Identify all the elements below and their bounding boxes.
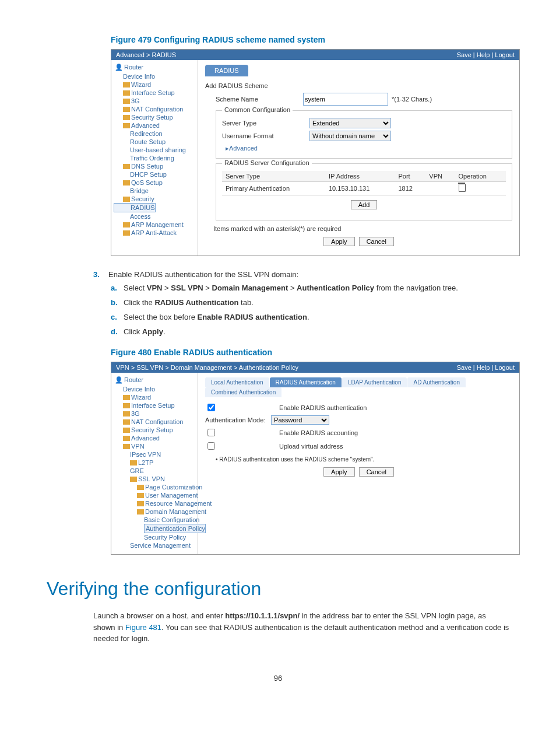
upload-virtual-label: Upload virtual address <box>279 443 343 450</box>
folder-icon <box>123 419 130 425</box>
nav-advanced[interactable]: Advanced <box>114 121 195 130</box>
folder-icon <box>137 509 144 514</box>
nav-security-policy[interactable]: Security Policy <box>114 533 195 541</box>
nav-wizard[interactable]: Wizard <box>114 393 195 401</box>
figure-480-caption: Figure 480 Enable RADIUS authentication <box>111 348 509 357</box>
tab-ldap-auth[interactable]: LDAP Authentication <box>342 377 407 387</box>
tab-radius[interactable]: RADIUS <box>205 65 248 76</box>
nav-3g[interactable]: 3G <box>114 97 195 105</box>
nav-wizard[interactable]: Wizard <box>114 80 195 89</box>
apply-button[interactable]: Apply <box>323 467 355 477</box>
figure-479-caption: Figure 479 Configuring RADIUS scheme nam… <box>111 35 509 44</box>
nav-bridge[interactable]: Bridge <box>114 187 195 195</box>
nav-resource-mgmt[interactable]: Resource Management <box>114 499 195 508</box>
folder-icon <box>123 411 130 416</box>
nav-gre[interactable]: GRE <box>114 467 195 475</box>
scheme-note: • RADIUS authentication uses the RADIUS … <box>216 456 512 463</box>
nav-interface-setup[interactable]: Interface Setup <box>114 401 195 410</box>
nav-access[interactable]: Access <box>114 212 195 220</box>
username-format-select[interactable]: Without domain name <box>309 131 391 141</box>
enable-accounting-checkbox[interactable] <box>207 429 215 436</box>
nav-tree: 👤Router Device Info Wizard Interface Set… <box>111 373 198 554</box>
folder-icon <box>123 436 130 441</box>
nav-router[interactable]: 👤Router <box>114 375 195 385</box>
top-links[interactable]: Save | Help | Logout <box>457 364 515 371</box>
nav-basic-cfg[interactable]: Basic Configuration <box>114 516 195 524</box>
nav-security[interactable]: Security <box>114 195 195 203</box>
nav-dns-setup[interactable]: DNS Setup <box>114 162 195 170</box>
nav-radius[interactable]: RADIUS <box>114 203 156 212</box>
nav-nat[interactable]: NAT Configuration <box>114 105 195 113</box>
folder-icon <box>123 444 130 449</box>
folder-icon <box>123 395 130 400</box>
enable-radius-label: Enable RADIUS authentication <box>279 404 367 411</box>
cancel-button[interactable]: Cancel <box>359 237 394 246</box>
nav-qos-setup[interactable]: QoS Setup <box>114 178 195 187</box>
nav-traffic-ordering[interactable]: Traffic Ordering <box>114 154 195 162</box>
enable-accounting-label: Enable RADIUS accounting <box>279 429 358 436</box>
upload-virtual-checkbox[interactable] <box>207 442 215 450</box>
folder-icon <box>123 230 130 236</box>
nav-arp-anti[interactable]: ARP Anti-Attack <box>114 229 195 237</box>
folder-icon <box>123 164 130 169</box>
required-note: Items marked with an asterisk(*) are req… <box>213 225 512 232</box>
scheme-name-input[interactable] <box>303 93 388 106</box>
auth-mode-label: Authentication Mode: <box>205 416 269 424</box>
enable-radius-checkbox[interactable] <box>207 404 215 411</box>
nav-service-mgmt[interactable]: Service Management <box>114 541 195 550</box>
step-3a: a.Select VPN > SSL VPN > Domain Manageme… <box>111 284 509 292</box>
folder-icon <box>123 428 130 433</box>
nav-3g[interactable]: 3G <box>114 410 195 418</box>
tab-combined-auth[interactable]: Combined Authentication <box>205 387 281 397</box>
step-3b: b.Click the RADIUS Authentication tab. <box>111 298 509 307</box>
nav-page-custom[interactable]: Page Customization <box>114 483 195 491</box>
advanced-toggle[interactable]: ▸Advanced <box>222 144 506 152</box>
nav-vpn[interactable]: VPN <box>114 442 195 450</box>
nav-dhcp-setup[interactable]: DHCP Setup <box>114 170 195 178</box>
top-links[interactable]: Save | Help | Logout <box>457 51 515 58</box>
tab-ad-auth[interactable]: AD Authentication <box>407 377 466 387</box>
scheme-name-hint: *(1-32 Chars.) <box>392 96 432 103</box>
tab-radius-auth[interactable]: RADIUS Authentication <box>270 377 342 387</box>
nav-security-setup[interactable]: Security Setup <box>114 113 195 121</box>
nav-interface-setup[interactable]: Interface Setup <box>114 89 195 97</box>
figure-481-link[interactable]: Figure 481 <box>125 623 161 632</box>
server-table: Server Type IP Address Port VPN Operatio… <box>222 171 506 195</box>
nav-arp-mgmt[interactable]: ARP Management <box>114 220 195 229</box>
folder-icon <box>123 197 130 202</box>
breadcrumb: Advanced > RADIUS <box>116 51 176 58</box>
nav-redirection[interactable]: Redirection <box>114 130 195 138</box>
table-row[interactable]: Primary Authentication 10.153.10.131 181… <box>222 182 506 195</box>
tab-local-auth[interactable]: Local Authentication <box>205 377 269 387</box>
section-title: Add RADIUS Scheme <box>205 82 512 89</box>
nav-advanced[interactable]: Advanced <box>114 434 195 442</box>
nav-ssl-vpn[interactable]: SSL VPN <box>114 475 195 483</box>
heading-verifying: Verifying the configuration <box>47 578 509 600</box>
nav-device-info[interactable]: Device Info <box>114 72 195 80</box>
nav-security-setup[interactable]: Security Setup <box>114 426 195 434</box>
figure-480-screenshot: VPN > SSL VPN > Domain Management > Auth… <box>111 362 520 555</box>
nav-router[interactable]: 👤Router <box>114 62 195 72</box>
figure-479-screenshot: Advanced > RADIUS Save | Help | Logout 👤… <box>111 49 520 256</box>
nav-auth-policy[interactable]: Authentication Policy <box>144 524 206 533</box>
trash-icon[interactable] <box>459 184 466 192</box>
step-3d: d.Click Apply. <box>111 327 509 336</box>
common-cfg-legend: Common Configuration <box>222 106 293 113</box>
server-type-select[interactable]: Extended <box>309 118 391 128</box>
col-operation: Operation <box>455 171 506 182</box>
add-button[interactable]: Add <box>351 200 378 209</box>
nav-user-mgmt[interactable]: User Management <box>114 491 195 499</box>
nav-user-sharing[interactable]: User-based sharing <box>114 146 195 154</box>
cell-ip: 10.153.10.131 <box>325 182 395 195</box>
auth-mode-select[interactable]: Password <box>271 415 329 425</box>
nav-device-info[interactable]: Device Info <box>114 385 195 393</box>
nav-l2tp[interactable]: L2TP <box>114 459 195 467</box>
nav-nat[interactable]: NAT Configuration <box>114 418 195 426</box>
nav-domain-mgmt[interactable]: Domain Management <box>114 508 195 516</box>
apply-button[interactable]: Apply <box>323 237 355 246</box>
cell-vpn <box>425 182 455 195</box>
nav-ipsec-vpn[interactable]: IPsec VPN <box>114 450 195 459</box>
col-vpn: VPN <box>425 171 455 182</box>
cancel-button[interactable]: Cancel <box>359 467 394 477</box>
nav-route-setup[interactable]: Route Setup <box>114 138 195 146</box>
